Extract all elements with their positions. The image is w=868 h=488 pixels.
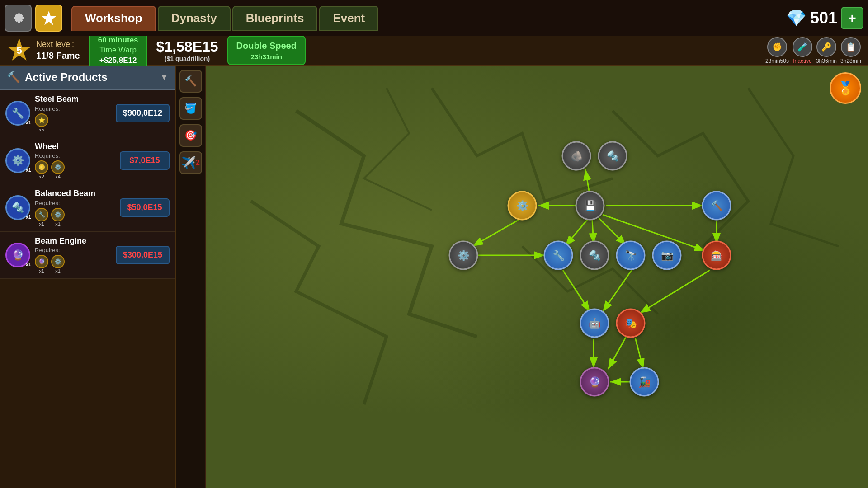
map-node-7[interactable]: 🔧 <box>544 241 573 270</box>
balanced-beam-price-btn[interactable]: $50,0E15 <box>120 198 170 217</box>
product-balanced-beam[interactable]: 🔩 x1 Balanced Beam Requires: 🔧 x1 ⚙️ x1 <box>0 184 175 232</box>
tool-barrel[interactable]: 🪣 <box>179 97 202 120</box>
level-text: Next level: 11/8 Fame <box>36 39 80 61</box>
active-products-label: Active Products <box>25 71 156 84</box>
wheel-icon: ⚙️ x1 <box>5 148 30 173</box>
side-tools: 🔨 🪣 🎯 ✈️2 <box>176 66 206 488</box>
req-icon-bb-0: 🔧 <box>35 208 48 221</box>
brand-button[interactable] <box>35 5 62 32</box>
req-qty-wheel-1: x4 <box>55 174 61 179</box>
info-icon-flask[interactable]: 🧪 Inactive <box>793 37 812 64</box>
map-node-10[interactable]: 📷 <box>652 241 682 270</box>
req-icon-wheel-1: ⚙️ <box>51 160 65 174</box>
gem-count: 501 <box>810 9 837 28</box>
beam-engine-requires-label: Requires: <box>35 247 111 253</box>
key-icon: 🔑 <box>816 37 836 57</box>
beam-engine-price-btn[interactable]: $300,0E15 <box>116 246 170 264</box>
wheel-requires-label: Requires: <box>35 152 115 159</box>
level-star: 5 <box>7 38 32 63</box>
req-qty-wheel-0: x2 <box>39 174 44 179</box>
product-wheel[interactable]: ⚙️ x1 Wheel Requires: 🪙 x2 ⚙️ x4 $7,0E <box>0 137 175 185</box>
steel-beam-price-btn[interactable]: $900,0E12 <box>116 104 170 122</box>
add-gems-button[interactable]: + <box>841 7 863 29</box>
dropdown-arrow-icon: ▼ <box>160 73 168 82</box>
map-node-14[interactable]: 🔮 <box>580 367 609 397</box>
beam-engine-icon: 🔮 x1 <box>5 243 30 267</box>
map-node-3[interactable]: ⚙️ <box>508 191 537 221</box>
book-icon: 📋 <box>841 37 861 57</box>
book-time: 3h28min <box>840 58 861 64</box>
money-display: $1,58E15 ($1 quadrillion) <box>156 38 218 63</box>
req-qty-bb-0: x1 <box>39 221 44 227</box>
info-icons-area: ✊ 28min50s 🧪 Inactive 🔑 3h36min 📋 3h28mi… <box>765 37 861 64</box>
balanced-beam-requires: 🔧 x1 ⚙️ x1 <box>35 208 115 227</box>
reward-badge[interactable]: 🏅 <box>830 72 861 104</box>
svg-marker-0 <box>42 11 56 25</box>
info-icon-book[interactable]: 📋 3h28min <box>840 37 861 64</box>
map-node-9[interactable]: 🔭 <box>616 241 646 270</box>
gem-area: 💎 501 + <box>786 7 863 29</box>
map-node-15[interactable]: 🚂 <box>630 367 659 397</box>
settings-button[interactable] <box>5 5 32 32</box>
balanced-beam-info: Balanced Beam Requires: 🔧 x1 ⚙️ x1 <box>35 189 115 227</box>
req-qty-be-1: x1 <box>55 268 61 274</box>
req-qty-bb-1: x1 <box>55 221 61 227</box>
wheel-price-btn[interactable]: $7,0E15 <box>120 151 170 170</box>
map-node-13[interactable]: 🎭 <box>616 309 646 338</box>
map-node-4[interactable]: 💾 <box>576 191 605 221</box>
time-warp-button[interactable]: 60 minutes Time Warp +$25,8E12 <box>89 32 147 69</box>
flask-time: Inactive <box>793 58 811 64</box>
next-level-label: Next level: <box>36 39 80 50</box>
fame-text: 11/8 Fame <box>36 50 80 61</box>
product-steel-beam[interactable]: 🔧 x1 Steel Beam Requires: ⭐ x5 $900,0E12 <box>0 90 175 137</box>
map-area[interactable]: 🪨 🔩 ⚙️ 💾 🔨 ⚙️ 🔧 🔩 🔭 📷 🎰 🤖 🎭 🔮 🚂 🏅 <box>206 66 868 488</box>
double-speed-label: Double Speed <box>236 39 297 52</box>
left-panel: 🔨 Active Products ▼ 🔧 x1 Steel Beam Requ… <box>0 66 176 488</box>
wheel-name: Wheel <box>35 142 115 152</box>
double-speed-timer: 23h31min <box>236 52 297 61</box>
req-qty-be-0: x1 <box>39 268 44 274</box>
map-node-8[interactable]: 🔩 <box>580 241 609 270</box>
product-beam-engine[interactable]: 🔮 x1 Beam Engine Requires: 🔮 x1 ⚙️ x1 <box>0 232 175 279</box>
steel-beam-info: Steel Beam Requires: ⭐ x5 <box>35 94 111 132</box>
balanced-beam-icon: 🔩 x1 <box>5 195 30 220</box>
fist-icon: ✊ <box>767 37 787 57</box>
tool-plane[interactable]: ✈️2 <box>179 151 202 174</box>
balanced-beam-qty: x1 <box>26 214 31 220</box>
map-node-5[interactable]: 🔨 <box>702 191 731 221</box>
req-qty-0: x5 <box>39 127 44 132</box>
main-content: 🔨 Active Products ▼ 🔧 x1 Steel Beam Requ… <box>0 66 868 488</box>
map-node-6[interactable]: ⚙️ <box>449 241 478 270</box>
key-time: 3h36min <box>816 58 837 64</box>
req-icon-0: ⭐ <box>35 113 48 127</box>
info-icon-key[interactable]: 🔑 3h36min <box>816 37 837 64</box>
req-icon-wheel-0: 🪙 <box>35 160 48 174</box>
flask-icon: 🧪 <box>793 37 812 57</box>
req-icon-bb-1: ⚙️ <box>51 208 65 221</box>
tab-dynasty[interactable]: Dynasty <box>158 6 231 31</box>
req-icon-be-0: 🔮 <box>35 255 48 268</box>
req-icon-be-1: ⚙️ <box>51 255 65 268</box>
map-node-11[interactable]: 🎰 <box>702 241 731 270</box>
gem-icon: 💎 <box>786 9 807 28</box>
tool-target[interactable]: 🎯 <box>179 124 202 147</box>
fist-time: 28min50s <box>765 58 789 64</box>
double-speed-button[interactable]: Double Speed 23h31min <box>227 36 306 65</box>
time-warp-line2: Time Warp <box>98 45 138 55</box>
balanced-beam-name: Balanced Beam <box>35 189 115 199</box>
nav-tabs: Workshop Dynasty Blueprints Event <box>71 6 378 31</box>
steel-beam-requires: ⭐ x5 <box>35 113 111 132</box>
beam-engine-qty: x1 <box>26 262 31 267</box>
wheel-requires: 🪙 x2 ⚙️ x4 <box>35 160 115 179</box>
balanced-beam-requires-label: Requires: <box>35 200 115 206</box>
beam-engine-requires: 🔮 x1 ⚙️ x1 <box>35 255 111 274</box>
map-node-1[interactable]: 🪨 <box>562 141 591 171</box>
map-node-2[interactable]: 🔩 <box>598 141 627 171</box>
tab-blueprints[interactable]: Blueprints <box>232 6 318 31</box>
tab-event[interactable]: Event <box>319 6 378 31</box>
active-products-header[interactable]: 🔨 Active Products ▼ <box>0 66 175 90</box>
info-icon-fist[interactable]: ✊ 28min50s <box>765 37 789 64</box>
tool-anvil[interactable]: 🔨 <box>179 70 202 93</box>
map-node-12[interactable]: 🤖 <box>580 309 609 338</box>
tab-workshop[interactable]: Workshop <box>71 6 156 31</box>
